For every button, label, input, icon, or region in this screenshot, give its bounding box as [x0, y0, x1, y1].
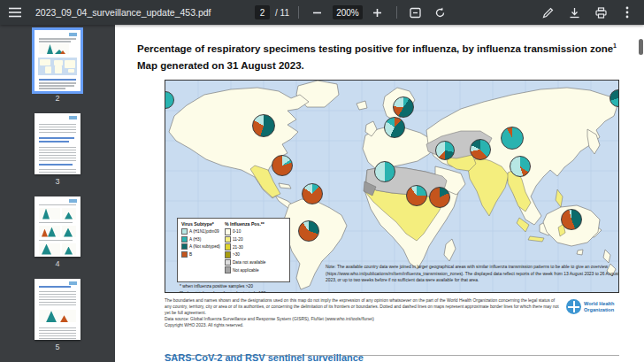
pie-edge-right — [610, 89, 619, 107]
fit-page-icon[interactable] — [406, 3, 426, 22]
toolbar-divider — [396, 6, 397, 19]
influenza-map: Virus Subtype* A (H1N1)pdm09A (H3)A (Not… — [165, 80, 619, 293]
pie-southern-asia — [470, 139, 491, 160]
who-logo-line2: Organization — [584, 307, 614, 313]
legend-positivity-title: % Influenza Pos.** — [225, 221, 266, 227]
map-note: Note: The available country data were jo… — [326, 264, 619, 284]
legend-item: Not applicable — [225, 266, 266, 273]
page-number-input[interactable]: 2 — [255, 5, 270, 19]
legend-label: 21-30 — [233, 245, 243, 250]
pie-north-america — [252, 114, 275, 137]
legend-item: A (H3) — [181, 236, 220, 243]
copyright-line: Copyright WHO 2023. All rights reserved. — [165, 322, 563, 328]
pie-oceania — [561, 209, 582, 230]
thumbnail-page-number: 5 — [55, 343, 59, 351]
legend-label: B — [189, 252, 192, 257]
pdf-page: Percentage of respiratory specimens test… — [115, 25, 644, 362]
next-section-heading: SARS-CoV-2 and RSV sentinel surveillance — [165, 352, 518, 362]
pie-middle-africa — [406, 185, 427, 206]
pie-central-america — [272, 155, 293, 176]
legend-swatch — [181, 251, 188, 258]
legend-swatch — [225, 266, 231, 273]
thumbnail-page-number: 2 — [55, 94, 59, 103]
page-count-label: / 11 — [275, 8, 289, 18]
legend-item: 11-20 — [225, 236, 266, 243]
legend-swatch — [181, 228, 188, 235]
legend-swatch — [225, 236, 231, 243]
legend-label: A (Not subtyped) — [189, 244, 220, 249]
thumbnail-sidebar: 2 3 4 — [0, 25, 115, 362]
rotate-icon[interactable] — [431, 3, 450, 22]
who-logo: World Health Organization — [566, 299, 614, 314]
legend-label: A (H3) — [189, 237, 201, 242]
legend-swatch — [181, 243, 188, 250]
pie-western-africa — [374, 161, 395, 182]
legend-label: A (H1N1)pdm09 — [189, 229, 219, 234]
legend-positivity-column: % Influenza Pos.** 0-1011-2021-30>30Data… — [225, 221, 266, 280]
annotate-icon[interactable] — [538, 3, 557, 22]
thumbnail-page-number: 4 — [55, 259, 59, 268]
pie-eastern-asia — [501, 127, 524, 150]
data-source: Data source: Global Influenza Surveillan… — [165, 316, 563, 329]
legend-footnote-1: * when influenza positive samples >20 — [180, 283, 265, 290]
legend-label: 11-20 — [233, 237, 243, 242]
legend-label: Data not available — [233, 260, 266, 265]
legend-swatch — [225, 251, 231, 258]
vertical-scrollbar[interactable] — [639, 39, 643, 55]
legend-swatch — [225, 243, 231, 250]
legend-item: B — [181, 251, 220, 258]
page-title: Percentage of respiratory specimens test… — [137, 41, 632, 74]
menu-icon[interactable] — [5, 3, 25, 22]
legend-swatch — [225, 228, 231, 235]
legend-swatch — [181, 236, 188, 243]
thumbnail-page-number: 3 — [55, 177, 59, 186]
zoom-out-icon[interactable] — [308, 3, 327, 22]
data-source-line: Data source: Global Influenza Surveillan… — [165, 316, 563, 322]
zoom-level-input[interactable]: 200% — [333, 5, 363, 19]
legend-pos-items: 0-1011-2021-30>30Data not availableNot a… — [225, 228, 266, 274]
legend-label: 0-10 — [233, 229, 241, 234]
legend-virus-column: Virus Subtype* A (H1N1)pdm09A (H3)A (Not… — [181, 221, 220, 280]
pie-western-asia — [435, 141, 455, 160]
legend-item: >30 — [225, 251, 266, 258]
map-disclaimer: The boundaries and names shown and the d… — [165, 297, 563, 316]
who-emblem-icon — [566, 299, 581, 314]
zoom-in-icon[interactable] — [368, 3, 387, 22]
legend-virus-title: Virus Subtype* — [181, 221, 220, 227]
legend-footnotes: * when influenza positive samples >20 **… — [180, 283, 265, 293]
legend-label: Not applicable — [233, 268, 259, 273]
pie-south-east-asia — [510, 156, 531, 177]
legend-swatch — [225, 259, 231, 266]
more-options-icon[interactable] — [617, 3, 637, 22]
map-mini — [38, 58, 77, 75]
pdf-toolbar: 2023_09_04_surveillance_update_453.pdf 2… — [0, 0, 644, 25]
title-footnote-marker: 1 — [613, 42, 617, 49]
legend-item: 21-30 — [225, 243, 266, 250]
document-filename: 2023_09_04_surveillance_update_453.pdf — [35, 7, 211, 18]
map-legend: Virus Subtype* A (H1N1)pdm09A (H3)A (Not… — [177, 218, 290, 282]
legend-label: >30 — [233, 252, 240, 257]
download-icon[interactable] — [564, 3, 584, 22]
toolbar-divider — [298, 6, 299, 19]
pie-temperate-south-america — [298, 220, 319, 242]
page-thumbnail-3[interactable] — [34, 113, 80, 174]
legend-footnote-2: ** when total number of samples tested >… — [180, 290, 265, 293]
legend-item: 0-10 — [225, 228, 266, 235]
pie-northern-europe — [393, 96, 414, 118]
page-thumbnail-4[interactable] — [34, 196, 80, 258]
pie-edge-left — [165, 91, 174, 109]
legend-virus-items: A (H1N1)pdm09A (H3)A (Not subtyped)B — [181, 228, 220, 258]
page-thumbnail-5[interactable] — [34, 279, 80, 340]
pie-western-europe — [384, 117, 405, 138]
who-logo-line1: World Health — [584, 301, 614, 307]
legend-item: A (H1N1)pdm09 — [181, 228, 220, 235]
legend-item: Data not available — [225, 259, 266, 266]
legend-item: A (Not subtyped) — [181, 243, 220, 250]
who-logo-mini — [69, 33, 77, 36]
pie-tropical-south-america — [302, 183, 323, 204]
print-icon[interactable] — [591, 3, 610, 22]
page-thumbnail-2[interactable] — [34, 30, 80, 91]
pie-eastern-africa — [429, 187, 450, 208]
